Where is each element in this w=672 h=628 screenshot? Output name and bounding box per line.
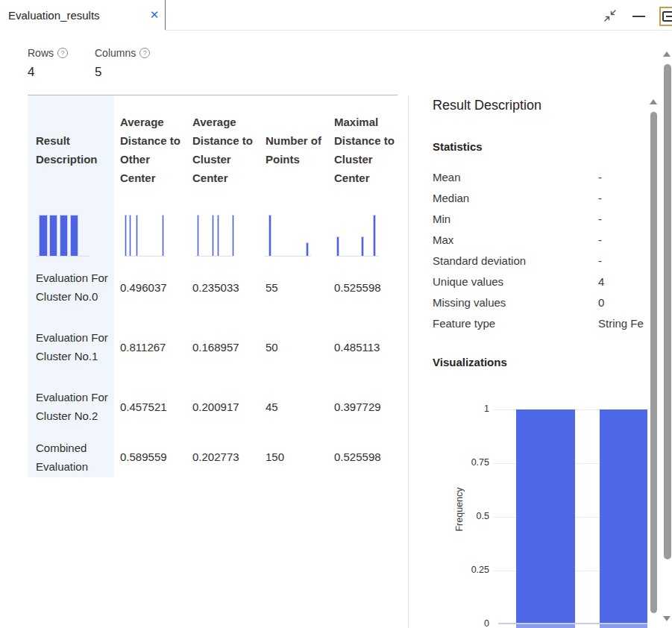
stat-value: - — [598, 192, 646, 204]
sparkline-bar — [212, 215, 214, 256]
stat-row-feature-type: Feature type String Fe — [433, 317, 646, 338]
sparkline-bar — [217, 215, 219, 256]
table-cell: 0.457521 — [114, 377, 186, 436]
stat-label: Missing values — [433, 296, 598, 309]
table-cell: 55 — [260, 257, 328, 317]
results-table: Result Description Average Distance to O… — [28, 95, 398, 477]
table-cell: 0.589559 — [114, 436, 186, 477]
stat-label: Standard deviation — [433, 254, 598, 267]
columns-label-text: Columns — [95, 47, 136, 59]
window-scroll-up-icon[interactable] — [663, 51, 671, 57]
frequency-bar — [516, 409, 575, 628]
visualization-window: Evaluation_results ✕ Rows ? 4 Columns — [0, 0, 672, 628]
sparkline-max-dist-cluster-center — [328, 204, 398, 257]
stat-label: Unique values — [433, 275, 598, 288]
column-header-avg-dist-cluster-center[interactable]: Average Distance to Cluster Center — [186, 95, 260, 204]
stat-label: Median — [433, 192, 598, 204]
sparkline-bar — [373, 215, 376, 256]
stat-row-max: Max - — [433, 233, 646, 254]
stat-value: - — [598, 233, 646, 246]
tab-evaluation-results[interactable]: Evaluation_results — [0, 0, 165, 30]
row-label: Evaluation For Cluster No.1 — [28, 317, 114, 377]
stat-value: - — [598, 171, 646, 183]
collapse-window-icon[interactable] — [603, 8, 618, 23]
sparkline-bar — [336, 236, 339, 256]
table-cell: 0.235033 — [186, 257, 260, 317]
tab-close-icon[interactable]: ✕ — [147, 7, 162, 22]
columns-label: Columns ? — [95, 47, 150, 59]
minimize-icon[interactable] — [632, 16, 645, 17]
panel-scroll-up-icon[interactable] — [650, 99, 657, 104]
sparkline-bar — [269, 215, 271, 256]
row-label: Evaluation For Cluster No.2 — [28, 377, 114, 436]
table-cell: 0.496037 — [114, 257, 186, 317]
stat-value: 0 — [598, 296, 646, 309]
stat-row-min: Min - — [433, 213, 646, 233]
stat-label: Max — [433, 233, 598, 246]
stat-row-mean: Mean - — [433, 171, 646, 192]
panel-scrollbar-thumb[interactable] — [650, 112, 657, 613]
window-scroll-down-icon[interactable] — [663, 616, 671, 621]
table-cell: 45 — [260, 377, 328, 436]
frequency-bar — [600, 409, 647, 628]
panel-divider — [408, 95, 409, 628]
table-cell: 50 — [260, 317, 328, 377]
statistics-list: Mean - Median - Min - Max - Standard dev… — [433, 171, 646, 338]
rows-help-icon[interactable]: ? — [57, 48, 68, 58]
tab-bar: Evaluation_results ✕ — [0, 0, 672, 30]
stat-value: String Fe — [598, 317, 646, 330]
column-header-result-description[interactable]: Result Description — [28, 95, 114, 204]
table-cell: 0.811267 — [114, 317, 186, 377]
statistics-heading: Statistics — [433, 140, 483, 153]
stat-row-standard-deviation: Standard deviation - — [433, 254, 646, 275]
window-scrollbar-thumb[interactable] — [664, 64, 671, 559]
columns-value: 5 — [95, 65, 101, 80]
table-cell: 0.168957 — [186, 317, 260, 377]
visualizations-heading: Visualizations — [433, 356, 507, 368]
tab-title: Evaluation_results — [8, 9, 100, 22]
y-tick-0: 0 — [459, 618, 489, 628]
panel-title: Result Description — [433, 98, 541, 113]
column-header-number-of-points[interactable]: Number of Points — [260, 95, 328, 204]
row-label: Evaluation For Cluster No.0 — [28, 257, 114, 317]
row-label: Combined Evaluation — [28, 436, 114, 477]
rows-label: Rows ? — [28, 47, 68, 59]
frequency-chart-plot — [498, 409, 647, 628]
table-cell: 150 — [260, 436, 328, 477]
sparkline-bar — [361, 236, 364, 256]
table-cell: 0.525598 — [328, 257, 398, 317]
y-tick-05: 0.5 — [459, 511, 489, 521]
sparkline-bar — [49, 215, 57, 256]
chart-y-axis-label: Frequency — [454, 472, 465, 547]
rows-label-text: Rows — [28, 47, 54, 59]
sparkline-bar — [39, 215, 48, 256]
chart-axis-underlay — [498, 624, 647, 628]
sparkline-bar — [162, 215, 164, 256]
sparkline-bar — [136, 215, 138, 256]
table-cell: 0.525598 — [328, 436, 398, 477]
sparkline-avg-dist-cluster-center — [186, 204, 260, 257]
stat-label: Feature type — [433, 317, 598, 330]
stat-value: 4 — [598, 275, 646, 288]
sparkline-avg-dist-other-center — [114, 204, 186, 257]
stat-row-median: Median - — [433, 192, 646, 213]
popout-window-icon[interactable] — [659, 7, 672, 26]
stat-row-missing-values: Missing values 0 — [433, 296, 646, 317]
columns-help-icon[interactable]: ? — [139, 48, 150, 58]
rows-value: 4 — [28, 65, 34, 80]
y-tick-025: 0.25 — [459, 565, 489, 575]
y-tick-1: 1 — [459, 404, 489, 414]
table-cell: 0.202773 — [186, 436, 260, 477]
y-tick-075: 0.75 — [459, 457, 489, 468]
table-cell: 0.200917 — [186, 377, 260, 436]
sparkline-bar — [70, 215, 78, 256]
tabbar-divider — [166, 30, 672, 31]
column-header-avg-dist-other-center[interactable]: Average Distance to Other Center — [114, 95, 186, 204]
column-header-max-dist-cluster-center[interactable]: Maximal Distance to Cluster Center — [328, 95, 398, 204]
sparkline-bar — [306, 242, 309, 256]
sparkline-number-of-points — [260, 204, 328, 257]
stat-label: Min — [433, 213, 598, 225]
stat-value: - — [598, 213, 646, 225]
sparkline-result-description — [28, 204, 114, 257]
sparkline-bar — [60, 215, 68, 256]
